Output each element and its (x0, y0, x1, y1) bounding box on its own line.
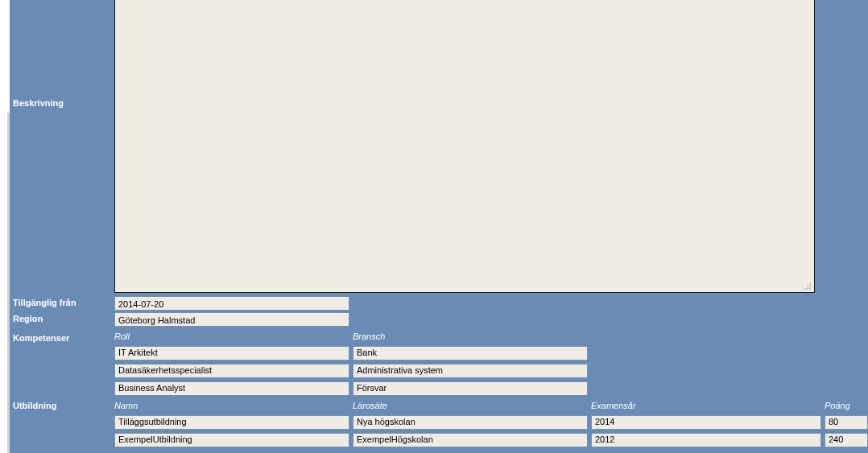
utbildning-larosate-cell: Nya högskolan (353, 415, 588, 430)
utbildning-poang-cell: 240 (825, 433, 868, 447)
utbildning-head-larosate: Lärosäte (353, 401, 387, 410)
utbildning-head-namn: Namn (114, 401, 138, 410)
region-input[interactable] (114, 312, 349, 327)
label-utbildning: Utbildning (13, 401, 56, 410)
label-kompetenser: Kompetenser (13, 333, 69, 343)
beskrivning-textarea[interactable] (114, 0, 815, 293)
kompetenser-bransch-cell: Administrativa system (353, 364, 588, 378)
kompetenser-roll-cell: Datasäkerhetsspecialist (114, 364, 349, 378)
row-tillganglig-fran (114, 296, 349, 311)
utbildning-header: Namn Lärosäte Examensår Poäng (114, 401, 863, 414)
kompetenser-bransch-cell: Försvar (353, 381, 588, 396)
utbildning-row: TilläggsutbildningNya högskolan201480 (114, 415, 863, 430)
kompetenser-header: Roll Bransch (114, 332, 588, 344)
kompetenser-roll-cell: IT Arkitekt (114, 346, 349, 360)
utbildning-examensar-cell: 2012 (591, 433, 821, 447)
page: Beskrivning Tillgänglig från Region Komp… (0, 0, 868, 453)
label-tillganglig-fran: Tillgänglig från (13, 298, 76, 307)
kompetenser-row: Business AnalystFörsvar (114, 381, 588, 396)
left-gutter (0, 0, 10, 453)
kompetenser-head-roll: Roll (114, 332, 130, 341)
utbildning-larosate-cell: ExempelHögskolan (353, 433, 588, 447)
utbildning-namn-cell: ExempelUtbildning (114, 433, 349, 447)
utbildning-poang-cell: 80 (825, 415, 868, 430)
form-panel: Beskrivning Tillgänglig från Region Komp… (10, 0, 868, 453)
utbildning-examensar-cell: 2014 (591, 415, 821, 430)
tillganglig-fran-input[interactable] (114, 296, 349, 311)
beskrivning-container (114, 0, 815, 293)
utbildning-row: ExempelUtbildningExempelHögskolan2012240 (114, 433, 863, 447)
kompetenser-bransch-cell: Bank (353, 346, 588, 360)
label-region: Region (13, 314, 43, 323)
kompetenser-head-bransch: Bransch (353, 332, 385, 341)
kompetenser-row: DatasäkerhetsspecialistAdministrativa sy… (114, 364, 588, 378)
utbildning-head-poang: Poäng (825, 401, 850, 410)
utbildning-namn-cell: Tilläggsutbildning (114, 415, 349, 430)
row-region (114, 312, 349, 327)
label-beskrivning: Beskrivning (13, 98, 64, 108)
kompetenser-roll-cell: Business Analyst (114, 381, 349, 396)
utbildning-head-examensar: Examensår (591, 401, 636, 410)
kompetenser-row: IT ArkitektBank (114, 346, 588, 360)
